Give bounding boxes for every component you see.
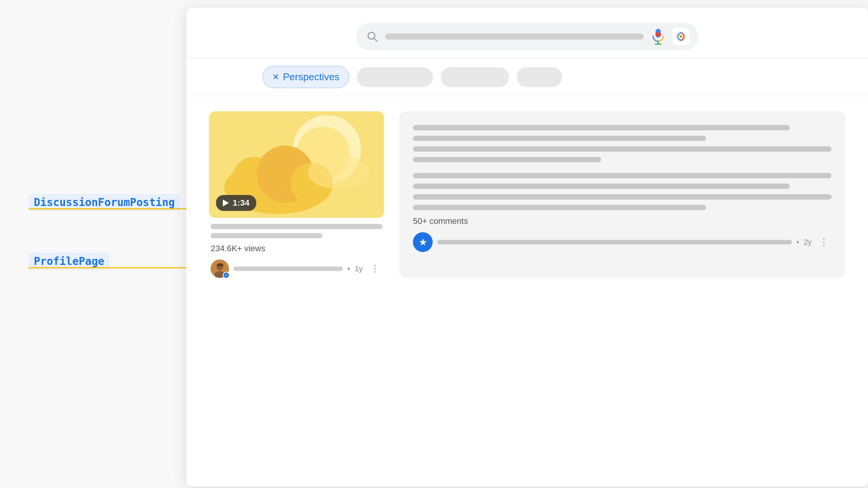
- play-icon: [223, 200, 229, 206]
- text-author-name-bar: [437, 240, 792, 244]
- video-author-row: • 1y ⋮: [211, 260, 382, 278]
- video-subtitle-bar: [211, 233, 322, 238]
- text-line-2: [413, 136, 706, 141]
- close-icon[interactable]: ✕: [272, 72, 279, 82]
- text-more-menu[interactable]: ⋮: [816, 235, 832, 249]
- author-name-bar: [233, 266, 343, 271]
- video-title-bar: [211, 224, 382, 229]
- text-line-4: [413, 157, 601, 162]
- search-area: [186, 8, 868, 58]
- svg-line-1: [374, 38, 377, 41]
- content-area: 1:34 234.6K+ views: [186, 96, 868, 293]
- video-views: 234.6K+ views: [211, 244, 382, 254]
- video-duration: 1:34: [233, 198, 249, 208]
- lens-icon[interactable]: [673, 28, 689, 45]
- search-bar[interactable]: [356, 23, 698, 50]
- text-article-card: 50+ comments ★ • 2y ⋮: [399, 111, 845, 278]
- video-time-ago-value: 1y: [355, 265, 363, 273]
- text-line-8: [413, 205, 706, 210]
- filter-pill-3[interactable]: [441, 67, 509, 87]
- author-avatar-container: [211, 260, 229, 278]
- text-line-7: [413, 194, 832, 200]
- search-icon: [365, 30, 379, 43]
- video-more-menu[interactable]: ⋮: [367, 262, 382, 276]
- video-time-ago: •: [348, 265, 350, 273]
- comments-count: 50+ comments: [413, 216, 832, 226]
- text-line-5: [413, 173, 832, 178]
- text-line-3: [413, 146, 832, 152]
- svg-point-17: [308, 155, 369, 189]
- svg-point-9: [680, 36, 682, 37]
- filter-pill-4[interactable]: [517, 67, 562, 87]
- text-line-6: [413, 184, 790, 189]
- text-line-1: [413, 125, 790, 130]
- text-author-row: ★ • 2y ⋮: [413, 232, 832, 252]
- video-thumbnail[interactable]: 1:34: [209, 111, 384, 218]
- filter-pill-2[interactable]: [357, 67, 433, 87]
- browser-card: ✕ Perspectives: [186, 8, 868, 486]
- star-icon: ★: [419, 236, 427, 248]
- perspectives-label: Perspectives: [283, 71, 340, 83]
- filter-row: ✕ Perspectives: [186, 58, 868, 96]
- text-time-ago: 2y: [804, 238, 812, 247]
- author-verified-badge: [223, 272, 230, 278]
- perspectives-filter-pill[interactable]: ✕ Perspectives: [262, 66, 349, 88]
- text-time-separator: •: [797, 238, 799, 247]
- search-input[interactable]: [385, 33, 644, 40]
- play-badge[interactable]: 1:34: [216, 195, 256, 211]
- video-card: 1:34 234.6K+ views: [209, 111, 384, 278]
- text-author-avatar[interactable]: ★: [413, 232, 433, 252]
- mic-icon[interactable]: [650, 28, 666, 45]
- video-meta: 234.6K+ views: [209, 218, 384, 278]
- svg-rect-3: [655, 32, 660, 36]
